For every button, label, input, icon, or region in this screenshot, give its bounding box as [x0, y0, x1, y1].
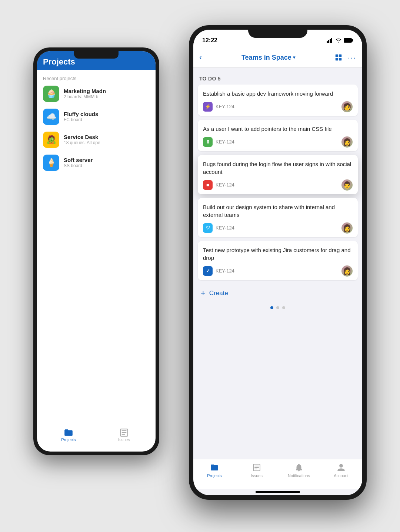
- tab-projects-icon: [210, 463, 219, 472]
- svg-rect-2: [328, 40, 329, 43]
- back-tab-issues[interactable]: Issues: [96, 428, 152, 442]
- card-footer: ⬆ KEY-124 👩: [203, 136, 353, 148]
- svg-rect-9: [336, 58, 338, 60]
- svg-rect-10: [339, 58, 341, 60]
- more-options-icon[interactable]: ···: [348, 53, 356, 62]
- avatar-emoji: 👨: [343, 181, 351, 189]
- project-info: Service Desk 18 queues: All ope: [64, 134, 100, 145]
- todo-card[interactable]: Bugs found during the login flow the use…: [198, 155, 358, 194]
- issue-key: KEY-124: [216, 225, 234, 231]
- issue-type-icon: ⬆: [203, 137, 213, 147]
- issue-key: KEY-124: [216, 104, 234, 109]
- project-icon: 🧟: [43, 132, 59, 148]
- tab-issues-icon: [252, 463, 261, 472]
- list-view-icon[interactable]: [334, 53, 343, 62]
- todo-card[interactable]: Test new prototype with existing Jira cu…: [198, 241, 358, 280]
- back-tab-projects[interactable]: Projects: [41, 428, 96, 442]
- svg-rect-4: [331, 38, 332, 43]
- tab-issues[interactable]: Issues: [236, 463, 278, 478]
- back-tab-projects-label: Projects: [61, 437, 76, 442]
- nav-title-text: Teams in Space: [241, 54, 291, 62]
- project-name: Soft server: [64, 157, 93, 163]
- tab-notifications[interactable]: Notifications: [278, 463, 320, 478]
- tab-issues-label: Issues: [251, 473, 263, 478]
- card-meta: ⚡ KEY-124: [203, 102, 234, 112]
- status-time: 12:22: [202, 37, 217, 44]
- nav-title-container[interactable]: Teams in Space ▾: [241, 54, 295, 62]
- project-icon: ☁️: [43, 109, 59, 125]
- nav-bar: ‹ Teams in Space ▾ ···: [193, 48, 362, 67]
- avatar-emoji: 👩: [343, 138, 351, 146]
- page-indicator: [198, 303, 358, 311]
- card-footer: ⚡ KEY-124 🧑: [203, 101, 353, 112]
- todo-card[interactable]: Establish a basic app dev framework movi…: [198, 85, 358, 116]
- card-title: Test new prototype with existing Jira cu…: [203, 246, 353, 262]
- card-footer: ■ KEY-124 👨: [203, 179, 353, 191]
- project-icon: 🍦: [43, 155, 59, 171]
- svg-rect-8: [339, 54, 341, 57]
- card-meta: ■ KEY-124: [203, 180, 234, 190]
- front-tab-bar: Projects Issues Notifications: [193, 459, 362, 489]
- project-info: Soft server SS board: [64, 157, 93, 168]
- card-title: Bugs found during the login flow the use…: [203, 160, 353, 176]
- front-notch: [248, 25, 307, 38]
- back-button[interactable]: ‹: [199, 53, 202, 62]
- project-item[interactable]: 🍦 Soft server SS board: [43, 155, 150, 171]
- create-button[interactable]: + Create: [198, 284, 358, 303]
- svg-rect-7: [336, 54, 338, 57]
- project-sub: 18 queues: All ope: [64, 140, 100, 145]
- project-sub: 2 boards: MMM b: [64, 94, 106, 99]
- card-title: Build out our design system to share wit…: [203, 203, 353, 219]
- wifi-icon: [336, 38, 341, 43]
- svg-rect-6: [352, 39, 353, 42]
- avatar-emoji: 👩: [343, 267, 351, 275]
- card-title: As a user I want to add pointers to the …: [203, 125, 353, 133]
- front-phone-screen: 12:22: [193, 30, 362, 495]
- tab-account[interactable]: Account: [320, 463, 362, 478]
- tab-notifications-label: Notifications: [288, 473, 310, 478]
- folder-icon: [64, 428, 73, 437]
- project-name: Fluffy clouds: [64, 111, 98, 117]
- avatar-emoji: 👩: [343, 224, 351, 232]
- avatar-emoji: 🧑: [343, 103, 351, 111]
- tab-projects-label: Projects: [207, 473, 222, 478]
- main-scroll-area[interactable]: TO DO 5 Establish a basic app dev framew…: [193, 67, 362, 459]
- front-phone: 12:22: [189, 25, 367, 500]
- card-footer: ✓ KEY-124 👩: [203, 265, 353, 277]
- back-phone: Projects Recent projects 🧁 Marketing Mad…: [33, 47, 159, 455]
- dot-3: [282, 306, 285, 309]
- project-item[interactable]: ☁️ Fluffy clouds FC board: [43, 109, 150, 125]
- issue-type-icon: ■: [203, 180, 213, 190]
- assignee-avatar: 👩: [341, 265, 353, 277]
- project-item[interactable]: 🧟 Service Desk 18 queues: All ope: [43, 132, 150, 148]
- project-icon: 🧁: [43, 86, 59, 102]
- project-sub: FC board: [64, 117, 98, 122]
- issue-type-icon: ⚡: [203, 102, 213, 112]
- card-meta: ✓ KEY-124: [203, 266, 234, 276]
- dot-2: [276, 306, 279, 309]
- card-title: Establish a basic app dev framework movi…: [203, 90, 353, 98]
- card-meta: ⬆ KEY-124: [203, 137, 234, 147]
- back-header-title: Projects: [43, 57, 75, 67]
- create-plus-icon: +: [201, 289, 206, 297]
- create-label: Create: [209, 290, 228, 297]
- tab-projects[interactable]: Projects: [193, 463, 236, 478]
- issue-key: KEY-124: [216, 268, 234, 274]
- issue-key: KEY-124: [216, 182, 234, 188]
- todo-cards-list: Establish a basic app dev framework movi…: [198, 85, 358, 284]
- project-name: Service Desk: [64, 134, 100, 140]
- card-footer: ♡ KEY-124 👩: [203, 222, 353, 234]
- todo-card[interactable]: Build out our design system to share wit…: [198, 198, 358, 237]
- tab-account-icon: [337, 463, 346, 472]
- tab-notifications-icon: [294, 463, 303, 472]
- svg-rect-1: [327, 41, 328, 43]
- card-meta: ♡ KEY-124: [203, 223, 234, 233]
- svg-rect-3: [330, 39, 331, 43]
- project-info: Fluffy clouds FC board: [64, 111, 98, 122]
- back-tab-bar: Projects Issues: [41, 422, 152, 448]
- assignee-avatar: 👩: [341, 136, 353, 148]
- project-item[interactable]: 🧁 Marketing Madn 2 boards: MMM b: [43, 86, 150, 102]
- todo-card[interactable]: As a user I want to add pointers to the …: [198, 120, 358, 151]
- svg-rect-5: [344, 38, 352, 43]
- tab-account-label: Account: [334, 473, 349, 478]
